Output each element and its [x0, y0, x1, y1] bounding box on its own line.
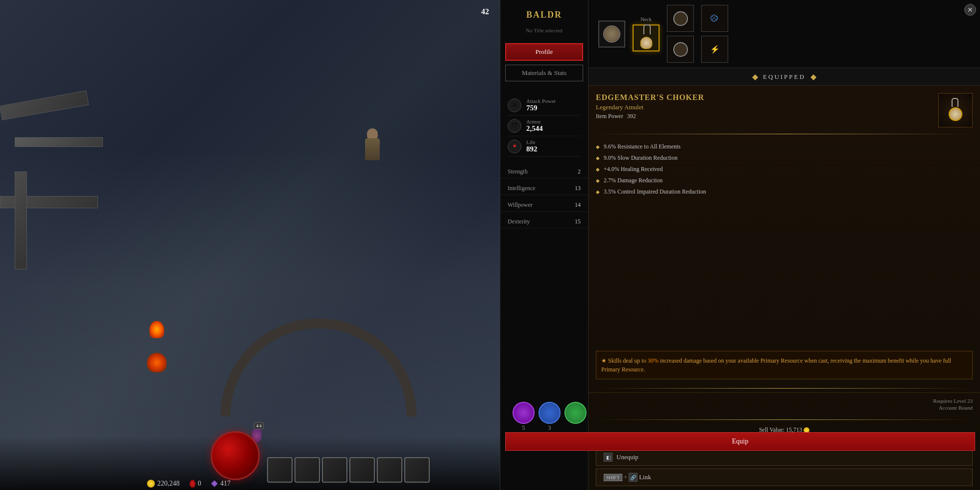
- equipped-diamond-right: ◆: [810, 72, 816, 81]
- neck-slot[interactable]: [633, 24, 660, 51]
- gem-slot-green[interactable]: [564, 402, 587, 424]
- skill-slot-2[interactable]: [294, 457, 320, 483]
- potion-count: 4/4: [254, 422, 264, 429]
- close-button[interactable]: ✕: [964, 4, 976, 16]
- diamond-icon-5: ◆: [596, 189, 600, 195]
- helm-slot[interactable]: [598, 21, 625, 48]
- intelligence-row: Intelligence 13: [500, 182, 588, 195]
- legendary-text-pre: Skills deal up to: [608, 357, 648, 364]
- skill-slot-1[interactable]: [267, 457, 293, 483]
- game-world: 42 4/4 220,248 0: [0, 0, 500, 490]
- skill-slot-3[interactable]: [322, 457, 347, 483]
- item-stat-1: ◆ 9.6% Resistance to All Elements: [596, 143, 973, 150]
- ring-icon-1: [673, 11, 688, 26]
- strength-row: Strength 2: [500, 166, 588, 178]
- item-title-area: EDGEMASTER'S CHOKER Legendary Amulet Ite…: [596, 93, 704, 120]
- link-label: Link: [639, 473, 651, 481]
- currency-display: 220,248 0 417: [147, 480, 231, 488]
- character-title: No Title selected: [500, 26, 588, 34]
- skill-slot-5[interactable]: [377, 457, 402, 483]
- intelligence-label: Intelligence: [508, 185, 536, 192]
- network-icon: ⛒: [710, 13, 719, 24]
- neck-header: Neck: [588, 0, 980, 68]
- gem-slot-purple[interactable]: 5: [513, 402, 535, 424]
- equipment-icons-row: Neck: [598, 5, 728, 63]
- stat-1-text: 9.6% Resistance to All Elements: [604, 143, 681, 150]
- gem-blue-count: 3: [548, 424, 551, 432]
- item-stat-4: ◆ 2.7% Damage Reduction: [596, 177, 973, 184]
- player-level-badge: 42: [481, 7, 489, 16]
- link-button[interactable]: SHIFT + 🔗 Link: [596, 468, 973, 486]
- helm-icon: [603, 25, 620, 43]
- willpower-label: Willpower: [508, 201, 533, 209]
- blood-currency: 0: [190, 480, 201, 488]
- ring-slot-2[interactable]: [667, 36, 694, 63]
- plus-icon: +: [624, 473, 627, 481]
- life-label: Life: [526, 139, 538, 145]
- profile-tab[interactable]: Profile: [505, 43, 583, 61]
- equip-button[interactable]: Equip: [505, 432, 975, 451]
- stat-divider-2: [596, 388, 973, 389]
- extra-slot-2[interactable]: ⚡: [701, 36, 728, 63]
- equipped-diamond-left: ◆: [752, 72, 758, 81]
- shift-label: SHIFT: [604, 474, 622, 481]
- item-power-value: 392: [627, 113, 636, 120]
- willpower-row: Willpower 14: [500, 199, 588, 212]
- armor-row: 🛡 Armor 2,544: [508, 116, 581, 136]
- stats-column: BALDR No Title selected Profile Material…: [500, 0, 588, 490]
- amulet-preview-gem: [949, 107, 962, 121]
- gold-currency: 220,248: [147, 480, 180, 488]
- stat-divider-3: [596, 419, 973, 420]
- gem-purple-count: 5: [522, 424, 525, 432]
- diamond-icon-2: ◆: [596, 155, 600, 161]
- ring-slot-1[interactable]: [667, 5, 694, 32]
- blood-amount: 0: [198, 480, 201, 488]
- requires-level: Requires Level 23: [596, 398, 973, 404]
- materials-tab[interactable]: Materials & Stats: [505, 65, 583, 81]
- stat-3-text: +4.0% Healing Received: [604, 166, 662, 173]
- unequip-button[interactable]: ◧ Unequip: [596, 448, 973, 466]
- skill-slot-6[interactable]: [404, 457, 430, 483]
- attack-power-label: Attack Power: [526, 98, 556, 104]
- unequip-icon: ◧: [604, 453, 612, 462]
- stat-5-text: 3.5% Control Impaired Duration Reduction: [604, 188, 706, 196]
- neck-slot-area: Neck: [633, 16, 660, 51]
- stat-2-text: 9.0% Slow Duration Reduction: [604, 154, 678, 162]
- shard-currency: 417: [211, 480, 231, 488]
- shard-amount: 417: [220, 480, 231, 488]
- equip-button-area: Equip: [505, 432, 975, 451]
- action-buttons: ◧ Unequip SHIFT + 🔗 Link: [588, 444, 980, 490]
- skill-slot-4[interactable]: [349, 457, 375, 483]
- life-icon: ♥: [508, 140, 521, 153]
- attack-power-row: ⚔ Attack Power 759: [508, 95, 581, 116]
- gold-amount: 220,248: [157, 480, 180, 488]
- armor-info: Armor 2,544: [526, 119, 543, 133]
- gem-slots-area: 5 3: [505, 394, 594, 431]
- equipped-label: EQUIPPED: [763, 73, 806, 81]
- item-stat-2: ◆ 9.0% Slow Duration Reduction: [596, 154, 973, 162]
- stone-wall-3: [15, 172, 27, 270]
- ring-icon-2: [673, 42, 688, 57]
- account-bound: Account Bound: [596, 405, 973, 411]
- item-name: EDGEMASTER'S CHOKER: [596, 93, 704, 102]
- dexterity-row: Dexterity 15: [500, 216, 588, 228]
- amulet-icon: [634, 24, 659, 51]
- attack-power-icon: ⚔: [508, 98, 521, 112]
- gem-slot-blue[interactable]: 3: [539, 402, 561, 424]
- amulet-preview-chain: [952, 98, 958, 107]
- extra-slots: ⛒ ⚡: [701, 5, 728, 63]
- player-character: [358, 127, 387, 167]
- gem-area: 5 3: [505, 394, 594, 431]
- extra-slot-1[interactable]: ⛒: [701, 5, 728, 32]
- right-content: Neck: [588, 0, 980, 490]
- life-value: 892: [526, 145, 538, 153]
- diamond-icon-4: ◆: [596, 178, 600, 183]
- side-slots: [667, 5, 694, 63]
- armor-value: 2,544: [526, 124, 543, 133]
- item-header: EDGEMASTER'S CHOKER Legendary Amulet Ite…: [588, 86, 980, 130]
- diamond-icon-3: ◆: [596, 167, 600, 172]
- item-stat-5: ◆ 3.5% Control Impaired Duration Reducti…: [596, 188, 973, 196]
- stat-4-text: 2.7% Damage Reduction: [604, 177, 662, 184]
- stone-wall: [0, 91, 89, 121]
- armor-label: Armor: [526, 119, 543, 124]
